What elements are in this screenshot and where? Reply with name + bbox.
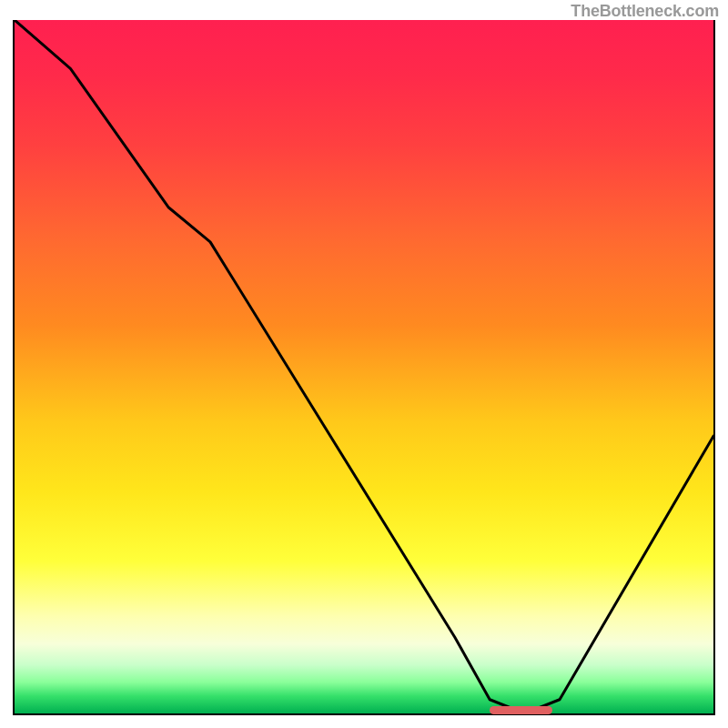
optimal-range-marker (490, 706, 552, 714)
chart-stage: TheBottleneck.com (0, 0, 728, 728)
plot-area (13, 20, 715, 715)
watermark-text: TheBottleneck.com (571, 2, 719, 21)
bottleneck-curve (15, 20, 713, 713)
